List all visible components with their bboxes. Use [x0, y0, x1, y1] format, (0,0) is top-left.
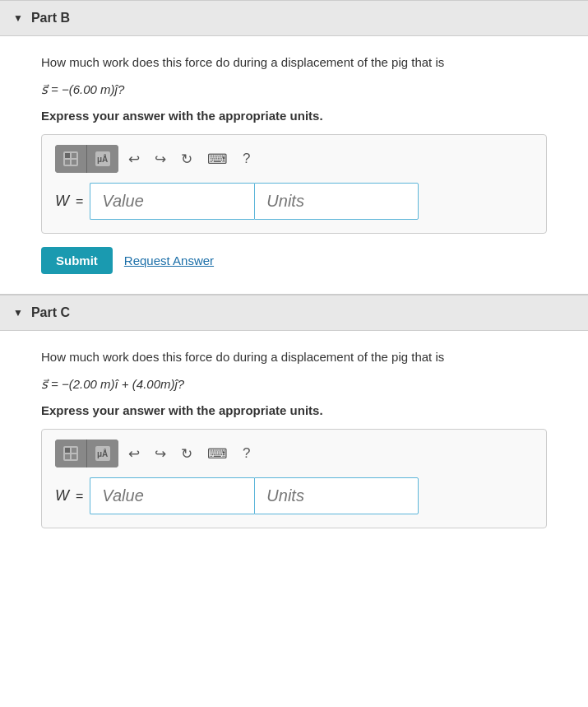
- part-b-question: How much work does this force do during …: [41, 53, 547, 72]
- part-c-symbol-btn[interactable]: μÅ: [87, 440, 118, 467]
- part-b-keyboard-btn[interactable]: ⌨: [202, 147, 233, 171]
- part-c-instruction: Express your answer with the appropriate…: [41, 403, 547, 417]
- part-b-body: How much work does this force do during …: [0, 36, 588, 294]
- part-c-value-input[interactable]: [90, 477, 254, 514]
- undo-icon-c: ↩: [128, 445, 140, 463]
- part-b-symbol-btn[interactable]: μÅ: [87, 145, 118, 173]
- svg-rect-4: [72, 160, 76, 165]
- svg-text:μÅ: μÅ: [97, 154, 108, 164]
- part-b-input-row: W =: [55, 183, 533, 220]
- svg-rect-9: [72, 448, 76, 453]
- part-b-help-btn[interactable]: ?: [238, 147, 255, 170]
- undo-icon: ↩: [128, 151, 140, 168]
- part-c-units-input[interactable]: [254, 477, 419, 514]
- template-icon-c: [62, 444, 80, 463]
- part-c-refresh-btn[interactable]: ↻: [176, 442, 197, 466]
- part-c-chevron[interactable]: ▼: [13, 307, 23, 319]
- part-b-question-line1: How much work does this force do during …: [41, 55, 444, 69]
- part-c-toolbar: μÅ ↩ ↪ ↻ ⌨ ?: [55, 440, 533, 467]
- part-c-template-btn-group[interactable]: μÅ: [55, 440, 118, 467]
- part-b-submit-button[interactable]: Submit: [41, 247, 113, 274]
- part-b-action-row: Submit Request Answer: [41, 247, 547, 274]
- help-icon-c: ?: [243, 445, 250, 462]
- part-c-header: ▼ Part C: [0, 295, 588, 331]
- part-b-instruction: Express your answer with the appropriate…: [41, 109, 547, 123]
- template-icon: [62, 150, 80, 168]
- part-c-section: ▼ Part C How much work does this force d…: [0, 295, 588, 561]
- part-b-template-btn[interactable]: [55, 145, 86, 173]
- part-b-header: ▼ Part B: [0, 0, 588, 36]
- part-c-question-line1: How much work does this force do during …: [41, 350, 444, 364]
- refresh-icon-c: ↻: [181, 445, 192, 463]
- part-b-value-input[interactable]: [90, 183, 254, 220]
- part-c-equation: s⃗ = −(2.00 m)î + (4.00m)ĵ?: [41, 377, 547, 392]
- part-b-toolbar: μÅ ↩ ↪ ↻ ⌨ ?: [55, 145, 533, 173]
- symbol-icon-c: μÅ: [94, 444, 112, 463]
- redo-icon: ↪: [155, 151, 166, 168]
- part-b-refresh-btn[interactable]: ↻: [176, 147, 197, 171]
- svg-rect-2: [72, 153, 76, 158]
- part-b-template-btn-group[interactable]: μÅ: [55, 145, 118, 173]
- part-c-question: How much work does this force do during …: [41, 347, 547, 367]
- part-b-undo-btn[interactable]: ↩: [123, 147, 145, 171]
- part-c-equals: =: [76, 489, 83, 504]
- part-c-math: s⃗ = −(2.00 m)î + (4.00m)ĵ?: [41, 377, 184, 391]
- part-b-equals: =: [76, 194, 83, 209]
- redo-icon-c: ↪: [155, 445, 166, 463]
- help-icon: ?: [243, 151, 250, 167]
- svg-text:μÅ: μÅ: [97, 449, 108, 458]
- symbol-icon: μÅ: [94, 150, 112, 168]
- part-b-section: ▼ Part B How much work does this force d…: [0, 0, 588, 294]
- svg-rect-3: [65, 160, 70, 165]
- part-b-units-input[interactable]: [254, 183, 419, 220]
- part-b-equation: s⃗ = −(6.00 m)ĵ?: [41, 82, 547, 97]
- part-c-body: How much work does this force do during …: [0, 331, 588, 561]
- part-b-chevron[interactable]: ▼: [13, 12, 23, 24]
- part-b-request-answer-link[interactable]: Request Answer: [124, 253, 214, 267]
- part-b-label: Part B: [31, 11, 70, 26]
- part-c-w-label: W: [55, 487, 69, 505]
- part-c-input-row: W =: [55, 477, 533, 514]
- part-c-label: Part C: [31, 305, 70, 320]
- svg-rect-11: [72, 454, 76, 459]
- part-c-redo-btn[interactable]: ↪: [150, 442, 171, 466]
- part-c-undo-btn[interactable]: ↩: [123, 442, 145, 466]
- part-b-math: s⃗ = −(6.00 m)ĵ?: [41, 82, 124, 96]
- part-b-redo-btn[interactable]: ↪: [150, 147, 171, 171]
- part-b-w-label: W: [55, 193, 69, 210]
- keyboard-icon-c: ⌨: [207, 445, 228, 463]
- svg-rect-1: [65, 153, 70, 158]
- part-c-template-btn[interactable]: [55, 440, 86, 467]
- part-c-help-btn[interactable]: ?: [238, 442, 255, 465]
- svg-rect-10: [65, 454, 70, 459]
- svg-rect-8: [65, 448, 70, 453]
- keyboard-icon: ⌨: [207, 151, 228, 168]
- refresh-icon: ↻: [181, 151, 192, 168]
- part-c-answer-box: μÅ ↩ ↪ ↻ ⌨ ?: [41, 429, 547, 528]
- part-c-keyboard-btn[interactable]: ⌨: [202, 442, 233, 466]
- part-b-answer-box: μÅ ↩ ↪ ↻ ⌨ ?: [41, 134, 547, 234]
